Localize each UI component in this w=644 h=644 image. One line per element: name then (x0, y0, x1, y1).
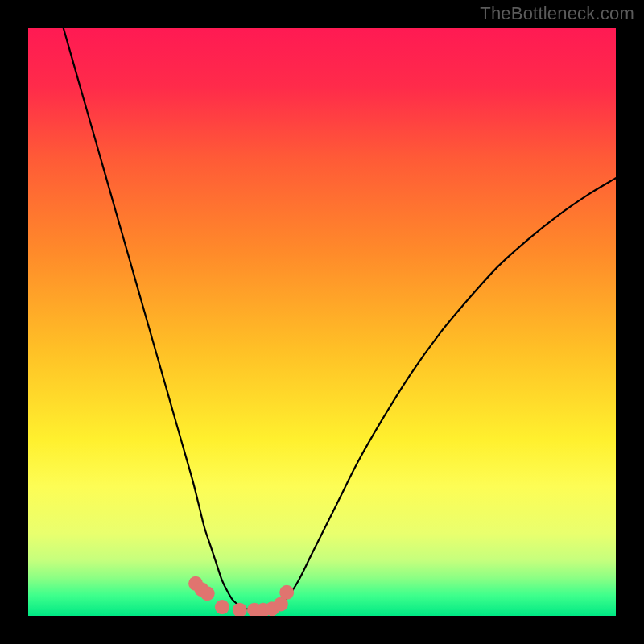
marker-point (279, 585, 294, 600)
highlight-markers (188, 576, 294, 616)
chart-frame: TheBottleneck.com (0, 0, 644, 644)
marker-point (200, 586, 215, 601)
right-curve (263, 178, 616, 610)
curves-layer (28, 28, 616, 616)
marker-point (215, 600, 229, 614)
marker-point (233, 603, 247, 616)
plot-area (28, 28, 616, 616)
watermark-text: TheBottleneck.com (480, 3, 634, 24)
left-curve (64, 28, 263, 610)
